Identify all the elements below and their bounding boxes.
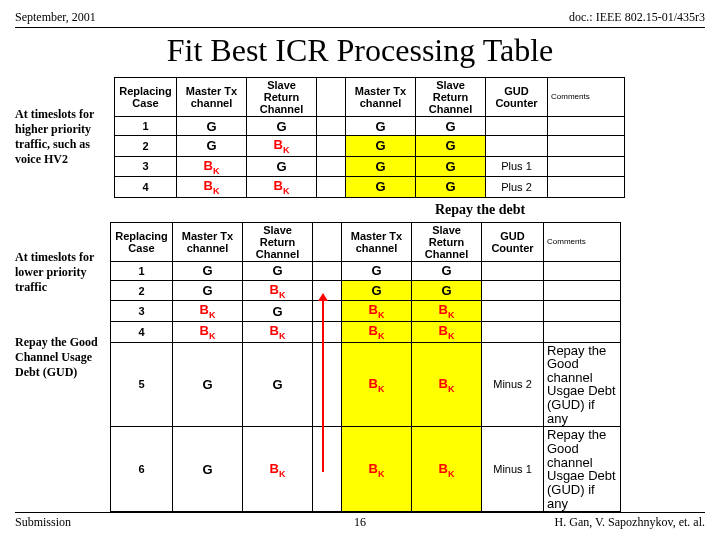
table-lower-priority: Replacing Case Master Tx channel Slave R…	[110, 222, 621, 512]
note-higher-priority: At timeslots for higher priority traffic…	[15, 77, 114, 167]
col-gud-counter: GUD Counter	[486, 78, 548, 117]
table-row: 1 GG GG	[115, 117, 625, 136]
note-repay-gud: Repay the Good Channel Usage Debt (GUD)	[15, 295, 110, 380]
header-date: September, 2001	[15, 10, 96, 25]
table-row: 1 GG GG	[111, 261, 621, 280]
footer-left: Submission	[15, 515, 71, 530]
table-row: 2 GBK GG	[115, 136, 625, 157]
footer: Submission 16 H. Gan, V. Sapozhnykov, et…	[15, 512, 705, 530]
table-row: 2 GBK GG	[111, 280, 621, 301]
footer-right: H. Gan, V. Sapozhnykov, et. al.	[555, 515, 705, 530]
repay-label: Repay the debt	[255, 202, 705, 218]
col-gap	[317, 78, 346, 117]
note-lower-priority: At timeslots for lower priority traffic	[15, 222, 110, 295]
table-row: 5 GG BKBK Minus 2Repay the Good channel …	[111, 342, 621, 427]
col-replacing-case: Replacing Case	[115, 78, 177, 117]
table-row: 3 BKG BKBK	[111, 301, 621, 322]
table-row: 3 BKG GG Plus 1	[115, 156, 625, 177]
header: September, 2001 doc.: IEEE 802.15-01/435…	[15, 10, 705, 28]
col-slave-return-1: Slave Return Channel	[247, 78, 317, 117]
up-arrow-icon	[322, 300, 324, 472]
col-slave-return-2: Slave Return Channel	[416, 78, 486, 117]
table-row: 4 BKBK GG Plus 2	[115, 177, 625, 198]
col-master-tx-1: Master Tx channel	[177, 78, 247, 117]
footer-page: 16	[354, 515, 366, 530]
header-doc: doc.: IEEE 802.15-01/435r3	[569, 10, 705, 25]
col-comments: Comments	[548, 78, 625, 117]
page-title: Fit Best ICR Processing Table	[15, 32, 705, 69]
table-higher-priority: Replacing Case Master Tx channel Slave R…	[114, 77, 625, 198]
table-row: 4 BKBK BKBK	[111, 321, 621, 342]
col-master-tx-2: Master Tx channel	[346, 78, 416, 117]
table-row: 6 GBK BKBK Minus 1Repay the Good channel…	[111, 427, 621, 512]
